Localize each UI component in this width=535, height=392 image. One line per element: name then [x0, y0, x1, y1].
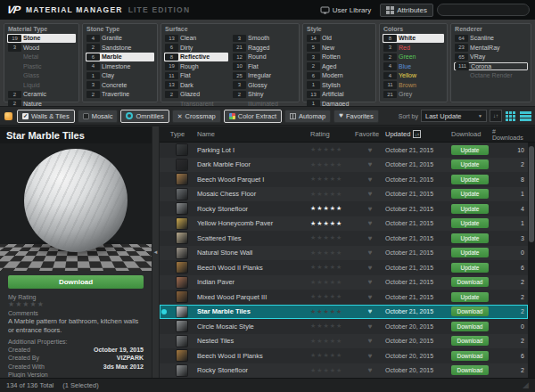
table-row[interactable]: Yellow Honeycomb Paver★★★★★♥October 21, …	[160, 216, 528, 232]
rating-stars[interactable]: ★★★★★	[310, 264, 355, 271]
search-input[interactable]	[445, 6, 535, 14]
sort-direction-button[interactable]: ↓↑	[490, 110, 502, 122]
filter-dark[interactable]: 13Dark	[164, 81, 228, 90]
table-row[interactable]: Rocky Stonefloor★★★★★♥October 20, 2015Do…	[160, 363, 528, 379]
table-row[interactable]: Indian Paver★★★★★♥October 21, 2015Downlo…	[160, 275, 528, 290]
update-row-button[interactable]: Update	[451, 204, 489, 214]
filter-red[interactable]: 3Red	[383, 44, 444, 53]
filter-new[interactable]: 5New	[306, 44, 373, 53]
rating-stars[interactable]: ★★★★★	[310, 205, 355, 212]
filter-corona[interactable]: 111Corona	[454, 62, 528, 71]
favorite-heart-icon[interactable]: ♥	[355, 234, 385, 242]
rating-stars[interactable]: ★★★★★	[310, 279, 355, 286]
col-header-type[interactable]: Type	[160, 130, 195, 138]
rating-stars[interactable]: ★★★★★	[310, 352, 355, 359]
filter-stone[interactable]: 19Stone	[7, 34, 76, 43]
filter-plastic[interactable]: Plastic	[7, 62, 76, 71]
filter-white[interactable]: 8White	[383, 34, 444, 43]
filter-clean[interactable]: 13Clean	[164, 34, 228, 43]
favorite-heart-icon[interactable]: ♥	[355, 146, 385, 154]
filter-yellow[interactable]: 4Yellow	[383, 71, 444, 80]
download-row-button[interactable]: Download	[451, 365, 489, 375]
filter-flat[interactable]: 10Flat	[232, 62, 296, 71]
table-row[interactable]: Parking Lot I★★★★★♥October 21, 2015Updat…	[160, 143, 528, 158]
rating-stars[interactable]: ★★★★★	[310, 146, 355, 153]
table-row[interactable]: Natural Stone Wall★★★★★♥October 21, 2015…	[160, 246, 528, 261]
filter-flat[interactable]: 11Flat	[164, 71, 228, 80]
user-library-button[interactable]: User Library	[315, 4, 377, 17]
table-row[interactable]: Nested Tiles★★★★★♥October 20, 2015Downlo…	[160, 334, 528, 349]
filter-dirty[interactable]: 6Dirty	[164, 44, 228, 53]
filter-travertine[interactable]: 2Travertine	[86, 90, 154, 99]
filter-clay[interactable]: 1Clay	[86, 71, 154, 80]
update-row-button[interactable]: Update	[451, 218, 489, 228]
sort-dropdown[interactable]: Last Update ▼	[421, 110, 487, 122]
crossmap-button[interactable]: ✕Crossmap	[172, 110, 221, 123]
filter-round[interactable]: 12Round	[232, 53, 296, 61]
table-row[interactable]: Dark Marble Floor★★★★★♥October 21, 2015U…	[160, 158, 528, 173]
favorite-heart-icon[interactable]: ♥	[355, 293, 385, 301]
rating-stars[interactable]: ★★★★★	[310, 338, 355, 345]
rating-stars[interactable]: ★★★★★	[310, 191, 355, 198]
rating-stars[interactable]: ★★★★★	[310, 293, 355, 300]
table-row[interactable]: Beech Wood II Planks★★★★★♥October 20, 20…	[160, 348, 528, 363]
filter-reflective[interactable]: 8Reflective	[164, 53, 228, 61]
favorite-heart-icon[interactable]: ♥	[355, 264, 385, 272]
download-row-button[interactable]: Download	[451, 322, 489, 331]
table-row[interactable]: Scattered Tiles★★★★★♥October 21, 2015Upd…	[160, 231, 528, 246]
update-row-button[interactable]: Update	[451, 175, 489, 184]
col-header-rating[interactable]: Rating	[310, 130, 355, 138]
favorite-heart-icon[interactable]: ♥	[355, 278, 385, 286]
download-button[interactable]: Download	[8, 275, 144, 289]
favorite-heart-icon[interactable]: ♥	[355, 366, 385, 374]
favorite-heart-icon[interactable]: ♥	[355, 176, 385, 184]
walls-tiles-button[interactable]: ✓Walls & Tiles	[17, 110, 75, 123]
update-row-button[interactable]: Update	[451, 248, 489, 257]
favorite-heart-icon[interactable]: ♥	[355, 205, 385, 213]
table-row[interactable]: Mosaic Chess Floor★★★★★♥October 21, 2015…	[160, 187, 528, 202]
filter-concrete[interactable]: 3Concrete	[86, 81, 154, 90]
favorite-heart-icon[interactable]: ♥	[355, 190, 385, 198]
automap-button[interactable]: Automap	[284, 110, 331, 123]
filter-limestone[interactable]: 4Limestone	[86, 62, 154, 71]
rating-stars[interactable]: ★★★★★	[310, 161, 355, 168]
col-header-downloads[interactable]: # Downloads	[492, 128, 528, 141]
collapse-panel-button[interactable]: ◄	[152, 127, 160, 378]
update-row-button[interactable]: Update	[451, 263, 489, 273]
color-extract-button[interactable]: Color Extract	[224, 110, 282, 123]
table-row[interactable]: Beech Wood II Planks★★★★★♥October 21, 20…	[160, 260, 528, 275]
filter-irregular[interactable]: 25Irregular	[232, 71, 296, 80]
filter-glazed[interactable]: 2Glazed	[164, 90, 228, 99]
rating-stars[interactable]: ★★★★★	[310, 220, 355, 227]
update-row-button[interactable]: Update	[451, 145, 489, 155]
favorite-heart-icon[interactable]: ♥	[355, 323, 385, 331]
filter-stylish[interactable]: 1Stylish	[306, 81, 373, 90]
table-row[interactable]: Rocky Stonefloor★★★★★♥October 21, 2015Up…	[160, 201, 528, 216]
download-row-button[interactable]: Download	[451, 336, 489, 346]
my-rating-stars[interactable]: ★★★★★	[0, 300, 152, 308]
filter-scanline[interactable]: 64Scanline	[454, 34, 528, 43]
filter-marble[interactable]: 6Marble	[86, 53, 154, 61]
download-row-button[interactable]: Download	[451, 306, 489, 316]
filter-sandstone[interactable]: 2Sandstone	[86, 44, 154, 53]
col-header-download[interactable]: Download	[451, 130, 492, 138]
filter-metal[interactable]: Metal	[7, 53, 76, 61]
filter-green[interactable]: 2Green	[383, 53, 444, 61]
filter-old[interactable]: 14Old	[306, 34, 373, 43]
filter-octane-render[interactable]: Octane Render	[454, 71, 528, 80]
filter-glass[interactable]: Glass	[7, 71, 76, 80]
col-header-updated[interactable]: Updated ↓↑	[385, 130, 451, 138]
favorite-heart-icon[interactable]: ♥	[355, 160, 385, 168]
filter-rotten[interactable]: 3Rotten	[306, 53, 373, 61]
filter-ceramic[interactable]: 2Ceramic	[7, 90, 76, 99]
table-row[interactable]: Mixed Wood Parquet III★★★★★♥October 21, …	[160, 290, 528, 305]
filter-granite[interactable]: 4Granite	[86, 34, 154, 43]
filter-rough[interactable]: 19Rough	[164, 62, 228, 71]
rating-stars[interactable]: ★★★★★	[310, 234, 355, 241]
filter-ragged[interactable]: 21Ragged	[232, 44, 296, 53]
download-row-button[interactable]: Download	[451, 277, 489, 287]
filter-blue[interactable]: 4Blue	[383, 62, 444, 71]
favorite-heart-icon[interactable]: ♥	[355, 337, 385, 345]
filter-mentalray[interactable]: 23MentalRay	[454, 44, 528, 53]
omnitiles-button[interactable]: Omnitiles	[120, 110, 169, 123]
